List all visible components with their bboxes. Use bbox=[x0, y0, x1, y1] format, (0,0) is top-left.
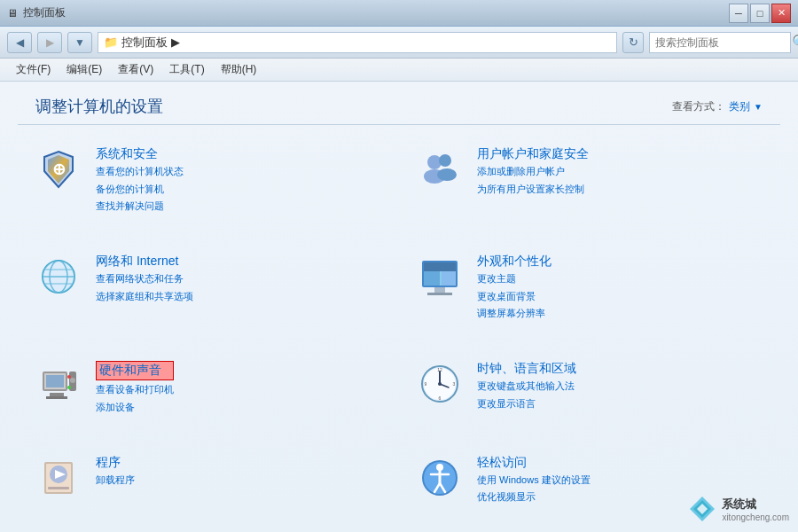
forward-button[interactable]: ▶ bbox=[37, 32, 62, 53]
items-grid: ⊕ 系统和安全 查看您的计算机状态 备份您的计算机 查找并解决问题 bbox=[0, 134, 798, 532]
window-title: 控制面板 bbox=[23, 5, 66, 20]
watermark-logo bbox=[688, 495, 716, 523]
appearance-link-3[interactable]: 调整屏幕分辨率 bbox=[477, 306, 552, 322]
system-security-text: 系统和安全 查看您的计算机状态 备份您的计算机 查找并解决问题 bbox=[96, 146, 184, 215]
svg-rect-26 bbox=[50, 393, 64, 396]
page-title: 调整计算机的设置 bbox=[35, 96, 163, 117]
close-button[interactable]: ✕ bbox=[771, 4, 791, 23]
window-icon: 🖥 bbox=[7, 7, 18, 20]
menu-help[interactable]: 帮助(H) bbox=[214, 60, 264, 79]
search-icon: 🔍 bbox=[792, 34, 798, 51]
svg-point-6 bbox=[439, 154, 451, 167]
svg-rect-16 bbox=[424, 262, 456, 271]
svg-point-29 bbox=[67, 386, 71, 389]
category-hardware-sound: 硬件和声音 查看设备和打印机 添加设备 bbox=[18, 348, 399, 442]
programs-name[interactable]: 程序 bbox=[96, 455, 135, 471]
users-icon bbox=[417, 146, 463, 192]
maximize-button[interactable]: □ bbox=[750, 4, 770, 23]
category-system-security: ⊕ 系统和安全 查看您的计算机状态 备份您的计算机 查找并解决问题 bbox=[18, 134, 399, 241]
dropdown-nav-button[interactable]: ▼ bbox=[67, 32, 92, 53]
watermark-text: 系统城 bbox=[722, 497, 789, 512]
appearance-name[interactable]: 外观和个性化 bbox=[477, 254, 552, 270]
back-button[interactable]: ◀ bbox=[7, 32, 32, 53]
ease-access-link-1[interactable]: 使用 Windows 建议的设置 bbox=[477, 473, 591, 489]
ease-access-link-2[interactable]: 优化视频显示 bbox=[477, 489, 591, 505]
search-box[interactable]: 🔍 bbox=[649, 32, 791, 53]
clock-language-link-2[interactable]: 更改显示语言 bbox=[477, 396, 576, 412]
menu-view[interactable]: 查看(V) bbox=[111, 60, 160, 79]
clock-language-name[interactable]: 时钟、语言和区域 bbox=[477, 361, 576, 377]
appearance-link-2[interactable]: 更改桌面背景 bbox=[477, 289, 552, 305]
title-bar-left: 🖥 控制面板 bbox=[7, 5, 66, 20]
user-accounts-link-1[interactable]: 添加或删除用户帐户 bbox=[477, 164, 589, 180]
program-icon bbox=[35, 455, 82, 501]
programs-link-1[interactable]: 卸载程序 bbox=[96, 473, 135, 489]
hardware-sound-text: 硬件和声音 查看设备和打印机 添加设备 bbox=[96, 361, 174, 415]
network-icon bbox=[35, 254, 82, 300]
ease-access-name[interactable]: 轻松访问 bbox=[477, 455, 591, 471]
menu-tools[interactable]: 工具(T) bbox=[162, 60, 211, 79]
network-internet-link-2[interactable]: 选择家庭组和共享选项 bbox=[96, 289, 193, 305]
address-text: 控制面板 bbox=[121, 35, 168, 51]
hardware-sound-link-1[interactable]: 查看设备和打印机 bbox=[96, 382, 174, 398]
system-security-link-3[interactable]: 查找并解决问题 bbox=[96, 199, 184, 215]
svg-rect-20 bbox=[427, 293, 452, 295]
title-bar: 🖥 控制面板 ─ □ ✕ bbox=[0, 0, 798, 27]
svg-text:⊕: ⊕ bbox=[52, 160, 66, 178]
svg-rect-23 bbox=[46, 375, 64, 387]
hardware-sound-name[interactable]: 硬件和声音 bbox=[96, 361, 174, 380]
programs-text: 程序 卸载程序 bbox=[96, 455, 135, 489]
svg-point-7 bbox=[437, 168, 457, 181]
menu-edit[interactable]: 编辑(E) bbox=[59, 60, 109, 79]
appearance-link-1[interactable]: 更改主题 bbox=[477, 271, 552, 287]
category-programs: 程序 卸载程序 bbox=[18, 442, 399, 532]
svg-rect-18 bbox=[442, 271, 456, 286]
view-dropdown-arrow[interactable]: ▼ bbox=[754, 102, 763, 112]
watermark-subtext: xitongcheng.com bbox=[722, 512, 789, 522]
ease-access-text: 轻松访问 使用 Windows 建议的设置 优化视频显示 bbox=[477, 455, 591, 505]
user-accounts-text: 用户帐户和家庭安全 添加或删除用户帐户 为所有用户设置家长控制 bbox=[477, 146, 589, 197]
menu-bar: 文件(F) 编辑(E) 查看(V) 工具(T) 帮助(H) bbox=[0, 59, 798, 82]
watermark: 系统城 xitongcheng.com bbox=[688, 495, 789, 523]
search-input[interactable] bbox=[655, 36, 788, 49]
svg-rect-19 bbox=[434, 287, 445, 293]
clock-language-text: 时钟、语言和区域 更改键盘或其他输入法 更改显示语言 bbox=[477, 361, 576, 411]
view-selector: 查看方式： 类别 ▼ bbox=[672, 99, 763, 114]
svg-rect-27 bbox=[46, 396, 67, 399]
system-security-name[interactable]: 系统和安全 bbox=[96, 146, 184, 162]
category-appearance: 外观和个性化 更改主题 更改桌面背景 调整屏幕分辨率 bbox=[399, 241, 780, 348]
hardware-sound-link-2[interactable]: 添加设备 bbox=[96, 400, 174, 416]
svg-text:9: 9 bbox=[425, 381, 427, 387]
content-divider bbox=[18, 124, 780, 125]
network-internet-link-1[interactable]: 查看网络状态和任务 bbox=[96, 271, 193, 287]
svg-point-13 bbox=[43, 261, 74, 293]
svg-rect-17 bbox=[424, 271, 440, 286]
category-network-internet: 网络和 Internet 查看网络状态和任务 选择家庭组和共享选项 bbox=[18, 241, 399, 348]
menu-file[interactable]: 文件(F) bbox=[9, 60, 58, 79]
refresh-button[interactable]: ↻ bbox=[622, 32, 644, 53]
view-type-button[interactable]: 类别 bbox=[729, 99, 750, 114]
user-accounts-link-2[interactable]: 为所有用户设置家长控制 bbox=[477, 182, 589, 198]
shield-icon: ⊕ bbox=[35, 146, 82, 192]
svg-text:6: 6 bbox=[439, 395, 442, 401]
svg-text:3: 3 bbox=[453, 381, 456, 387]
address-field[interactable]: 📁 控制面板 ▶ bbox=[98, 32, 617, 53]
title-bar-controls: ─ □ ✕ bbox=[729, 4, 791, 23]
svg-rect-43 bbox=[48, 487, 69, 489]
network-internet-name[interactable]: 网络和 Internet bbox=[96, 254, 193, 270]
appearance-text: 外观和个性化 更改主题 更改桌面背景 调整屏幕分辨率 bbox=[477, 254, 552, 322]
clock-language-link-1[interactable]: 更改键盘或其他输入法 bbox=[477, 379, 576, 395]
category-user-accounts: 用户帐户和家庭安全 添加或删除用户帐户 为所有用户设置家长控制 bbox=[399, 134, 780, 241]
system-security-link-1[interactable]: 查看您的计算机状态 bbox=[96, 164, 184, 180]
network-internet-text: 网络和 Internet 查看网络状态和任务 选择家庭组和共享选项 bbox=[96, 254, 193, 304]
system-security-link-2[interactable]: 备份您的计算机 bbox=[96, 182, 184, 198]
user-accounts-name[interactable]: 用户帐户和家庭安全 bbox=[477, 146, 589, 162]
access-icon bbox=[417, 455, 463, 501]
view-label: 查看方式： bbox=[672, 99, 725, 114]
minimize-button[interactable]: ─ bbox=[729, 4, 748, 23]
hardware-icon bbox=[35, 361, 82, 407]
folder-icon: 📁 bbox=[104, 35, 118, 49]
category-clock-language: 12 6 9 3 时钟、语言和区域 更改键盘或其他输入法 更改显示语言 bbox=[399, 348, 780, 442]
svg-point-34 bbox=[438, 382, 442, 386]
svg-point-28 bbox=[67, 375, 71, 379]
